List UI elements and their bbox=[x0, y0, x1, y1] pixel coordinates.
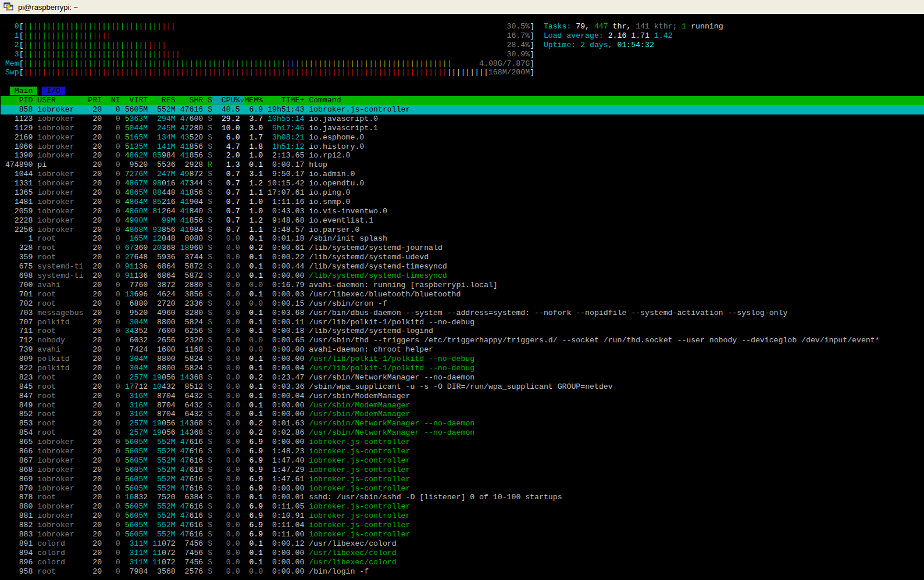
process-row[interactable]: 853 root 20 0 257M 19056 14368 S 0.0 0.2… bbox=[1, 419, 924, 428]
meter-swp: Swp[||||||||||||||||||||||||||||||||||||… bbox=[1, 68, 924, 77]
process-row[interactable]: 896 colord 20 0 311M 11072 7456 S 0.0 0.… bbox=[1, 558, 924, 567]
process-row[interactable]: 2059 iobroker 20 0 4860M 81264 41840 S 0… bbox=[1, 207, 924, 216]
process-row[interactable]: 711 root 20 0 34352 7600 6256 S 0.0 0.1 … bbox=[1, 327, 924, 336]
process-row[interactable]: 328 root 20 0 67360 20368 18960 S 0.0 0.… bbox=[1, 244, 924, 253]
process-row[interactable]: 359 root 20 0 27648 5936 3744 S 0.0 0.1 … bbox=[1, 253, 924, 262]
process-row[interactable]: 847 root 20 0 316M 8704 6432 S 0.0 0.1 0… bbox=[1, 392, 924, 401]
process-row[interactable]: 700 avahi 20 0 7760 3872 2880 S 0.0 0.0 … bbox=[1, 281, 924, 290]
tab-bar[interactable]: Main I/O bbox=[1, 87, 924, 96]
process-row[interactable]: 2169 iobroker 20 0 5165M 134M 43520 S 6.… bbox=[1, 133, 924, 142]
process-row[interactable]: 1481 iobroker 20 0 4864M 85216 41904 S 0… bbox=[1, 198, 924, 207]
process-row[interactable]: 858 iobroker 20 0 5605M 552M 47616 S 40.… bbox=[1, 105, 924, 114]
process-row[interactable]: 1 root 20 0 165M 12048 8080 S 0.0 0.1 0:… bbox=[1, 234, 924, 244]
process-row[interactable]: 707 polkitd 20 0 304M 8800 5824 S 0.0 0.… bbox=[1, 318, 924, 327]
process-row[interactable]: 868 iobroker 20 0 5605M 552M 47616 S 0.0… bbox=[1, 466, 924, 475]
meter-cpu3: 3[|||||||||||||||||||||||||||||||||| 30.… bbox=[1, 50, 924, 59]
process-row[interactable]: 881 iobroker 20 0 5605M 552M 47616 S 0.0… bbox=[1, 511, 924, 521]
process-row[interactable]: 822 polkitd 20 0 304M 8800 5824 S 0.0 0.… bbox=[1, 364, 924, 373]
meter-cpu1: 1[||||||||||||||||||| 16.7%] Load averag… bbox=[1, 31, 924, 41]
process-row[interactable]: 739 avahi 20 0 7424 1600 1168 S 0.0 0.0 … bbox=[1, 345, 924, 355]
process-row[interactable]: 698 systemd-ti 20 0 91136 6864 5872 S 0.… bbox=[1, 271, 924, 281]
process-row[interactable]: 870 iobroker 20 0 5605M 552M 47616 S 0.0… bbox=[1, 484, 924, 493]
process-row[interactable]: 1066 iobroker 20 0 5135M 141M 41856 S 4.… bbox=[1, 142, 924, 152]
process-row[interactable]: 882 iobroker 20 0 5605M 552M 47616 S 0.0… bbox=[1, 521, 924, 530]
process-row[interactable]: 894 colord 20 0 311M 11072 7456 S 0.0 0.… bbox=[1, 549, 924, 558]
process-row[interactable]: 702 root 20 0 6880 2720 2336 S 0.0 0.0 0… bbox=[1, 299, 924, 309]
process-row[interactable]: 880 iobroker 20 0 5605M 552M 47616 S 0.0… bbox=[1, 502, 924, 511]
tab-main[interactable]: Main bbox=[10, 87, 37, 95]
sort-descending-icon: ▽ bbox=[240, 96, 245, 106]
sort-column-header[interactable]: CPU%▽ bbox=[212, 96, 244, 105]
process-row[interactable]: 1123 iobroker 20 0 5363M 294M 47600 S 29… bbox=[1, 114, 924, 124]
table-header[interactable]: PID USER PRI NI VIRT RES SHR S CPU%▽MEM%… bbox=[1, 96, 924, 105]
process-row[interactable]: 703 messagebus 20 0 9520 4960 3280 S 0.0… bbox=[1, 309, 924, 318]
meter-mem: Mem[||||||||||||||||||||||||||||||||||||… bbox=[1, 59, 924, 69]
tab-io[interactable]: I/O bbox=[42, 87, 65, 95]
meter-cpu2: 2[||||||||||||||||||||||||||||||| 28.4%]… bbox=[1, 41, 924, 50]
process-row[interactable]: 1129 iobroker 20 0 5044M 245M 47280 S 10… bbox=[1, 124, 924, 133]
process-row[interactable]: 2256 iobroker 20 0 4868M 93856 41984 S 0… bbox=[1, 225, 924, 235]
process-row[interactable]: 809 polkitd 20 0 304M 8800 5824 S 0.0 0.… bbox=[1, 355, 924, 364]
process-row[interactable]: 958 root 20 0 7984 3568 2576 S 0.0 0.0 0… bbox=[1, 567, 924, 577]
process-row[interactable]: 845 root 20 0 17712 10432 8512 S 0.0 0.1… bbox=[1, 382, 924, 392]
title-bar[interactable]: pi@raspberrypi: ~ bbox=[0, 0, 924, 15]
process-row[interactable]: 869 iobroker 20 0 5605M 552M 47616 S 0.0… bbox=[1, 475, 924, 484]
process-row[interactable]: 854 root 20 0 257M 19056 14368 S 0.0 0.2… bbox=[1, 428, 924, 438]
process-row[interactable]: 823 root 20 0 257M 19056 14368 S 0.0 0.2… bbox=[1, 373, 924, 382]
meter-cpu0: 0[||||||||||||||||||||||||||||||||| 30.5… bbox=[1, 22, 924, 31]
process-row[interactable]: 712 nobody 20 0 6032 2656 2320 S 0.0 0.0… bbox=[1, 336, 924, 345]
process-row[interactable]: 2228 iobroker 20 0 4900M 99M 41856 S 0.7… bbox=[1, 216, 924, 225]
process-row[interactable]: 891 colord 20 0 311M 11072 7456 S 0.0 0.… bbox=[1, 539, 924, 549]
window-title: pi@raspberrypi: ~ bbox=[18, 3, 78, 12]
putty-window: pi@raspberrypi: ~ 0[||||||||||||||||||||… bbox=[0, 0, 924, 580]
process-row[interactable]: 883 iobroker 20 0 5605M 552M 47616 S 0.0… bbox=[1, 530, 924, 539]
process-row[interactable]: 866 iobroker 20 0 5605M 552M 47616 S 0.0… bbox=[1, 447, 924, 456]
process-row[interactable]: 849 root 20 0 316M 8704 6432 S 0.0 0.1 0… bbox=[1, 401, 924, 410]
process-row[interactable]: 701 root 20 0 13696 4624 3856 S 0.0 0.1 … bbox=[1, 290, 924, 299]
process-row[interactable]: 1390 iobroker 20 0 4862M 85984 41856 S 2… bbox=[1, 151, 924, 160]
process-row[interactable]: 675 systemd-ti 20 0 91136 6864 5872 S 0.… bbox=[1, 262, 924, 271]
process-row[interactable]: 852 root 20 0 316M 8704 6432 S 0.0 0.1 0… bbox=[1, 410, 924, 419]
blank-line bbox=[1, 77, 924, 87]
process-row[interactable]: 1365 iobroker 20 0 4865M 88448 41856 S 0… bbox=[1, 188, 924, 198]
process-row[interactable]: 1044 iobroker 20 0 7276M 247M 49872 S 0.… bbox=[1, 170, 924, 179]
putty-icon bbox=[3, 2, 14, 12]
process-row[interactable]: 878 root 20 0 16832 7520 6384 S 0.0 0.1 … bbox=[1, 493, 924, 502]
process-row[interactable]: 865 iobroker 20 0 5605M 552M 47616 S 0.0… bbox=[1, 438, 924, 447]
process-row[interactable]: 474890 pi 20 0 9520 5536 2928 R 1.3 0.1 … bbox=[1, 160, 924, 170]
process-row[interactable]: 867 iobroker 20 0 5605M 552M 47616 S 0.0… bbox=[1, 456, 924, 466]
process-row[interactable]: 1331 iobroker 20 0 4867M 98016 47344 S 0… bbox=[1, 179, 924, 188]
terminal-screen[interactable]: 0[||||||||||||||||||||||||||||||||| 30.5… bbox=[0, 14, 924, 580]
